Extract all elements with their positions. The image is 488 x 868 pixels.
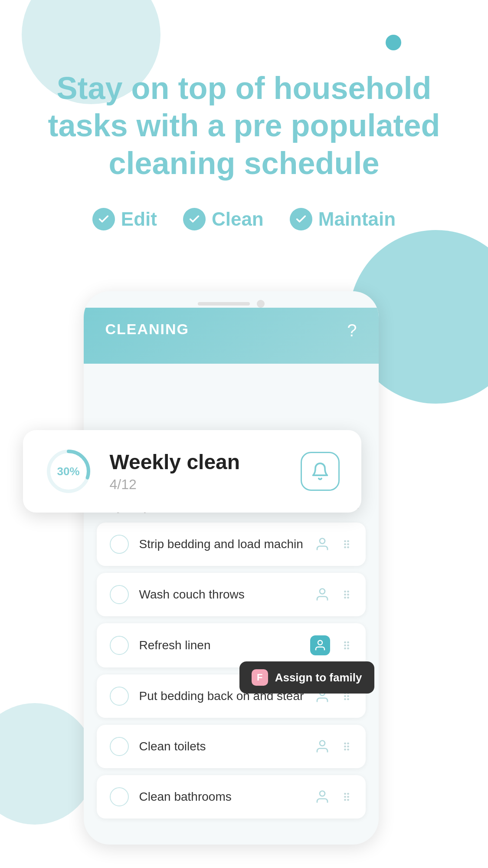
svg-point-19: [344, 644, 346, 647]
phone-camera-dot: [257, 300, 265, 308]
task-row: Strip bedding and load machin: [97, 523, 366, 566]
task-checkbox[interactable]: [110, 535, 129, 554]
phone-area: 30% Weekly clean 4/12 CLEANING ?: [49, 291, 439, 845]
badge-clean: Clean: [183, 208, 264, 230]
svg-point-29: [347, 698, 349, 700]
svg-point-7: [344, 546, 346, 549]
progress-text: 30%: [57, 465, 79, 478]
svg-point-21: [344, 648, 346, 650]
svg-point-11: [347, 591, 349, 593]
svg-point-27: [347, 695, 349, 697]
check-icon-clean: [183, 208, 206, 230]
task-label: Refresh linen: [139, 638, 300, 652]
hero-title: Stay on top of household tasks with a pr…: [26, 69, 462, 182]
drag-dots-icon[interactable]: [341, 538, 353, 550]
bell-button[interactable]: [301, 452, 340, 491]
assign-person-icon[interactable]: [314, 789, 330, 805]
assign-person-icon[interactable]: [314, 587, 330, 602]
svg-point-22: [347, 648, 349, 650]
weekly-title: Weekly clean: [110, 450, 283, 474]
svg-point-38: [344, 793, 346, 795]
svg-point-42: [344, 799, 346, 801]
svg-point-12: [344, 594, 346, 596]
svg-point-33: [344, 746, 346, 748]
badge-edit: Edit: [92, 208, 157, 230]
svg-point-34: [347, 746, 349, 748]
task-checkbox[interactable]: [110, 636, 129, 655]
task-row: Clean bathrooms: [97, 775, 366, 819]
phone-shell: CLEANING ? Day Week Fortnight Month Any …: [84, 291, 379, 845]
app-header-title: CLEANING: [105, 321, 190, 337]
drag-dots-icon[interactable]: [341, 740, 353, 753]
weekly-clean-card: 30% Weekly clean 4/12: [23, 430, 361, 513]
app-header: CLEANING ?: [84, 308, 379, 364]
svg-point-14: [344, 597, 346, 599]
badge-maintain: Maintain: [290, 208, 396, 230]
task-row: Wash couch throws: [97, 573, 366, 616]
drag-dots-icon[interactable]: [341, 589, 353, 601]
assign-person-icon[interactable]: [314, 739, 330, 754]
svg-point-8: [347, 546, 349, 549]
svg-point-3: [344, 540, 346, 542]
svg-point-36: [347, 749, 349, 751]
task-label: Strip bedding and load machin: [139, 537, 304, 551]
svg-point-43: [347, 799, 349, 801]
hero-section: Stay on top of household tasks with a pr…: [0, 0, 488, 291]
badge-edit-label: Edit: [121, 208, 157, 230]
check-icon-edit: [92, 208, 115, 230]
assign-to-family-tooltip[interactable]: F Assign to family: [239, 661, 374, 694]
task-row: Refresh linen F: [97, 623, 366, 667]
task-checkbox[interactable]: [110, 787, 129, 806]
svg-point-17: [344, 641, 346, 644]
phone-notch-bar: [198, 302, 250, 306]
svg-point-18: [347, 641, 349, 644]
assign-person-icon[interactable]: [314, 536, 330, 552]
assign-person-icon-active: [314, 639, 327, 652]
check-icon-maintain: [290, 208, 312, 230]
svg-point-10: [344, 591, 346, 593]
svg-point-31: [344, 743, 346, 745]
svg-point-26: [344, 695, 346, 697]
assign-tooltip-label: Assign to family: [275, 671, 362, 684]
hero-badges: Edit Clean Maintain: [26, 208, 462, 230]
assign-person-active[interactable]: [310, 635, 330, 655]
phone-top-bar: [84, 291, 379, 308]
badge-maintain-label: Maintain: [318, 208, 396, 230]
svg-point-37: [320, 791, 325, 796]
svg-point-28: [344, 698, 346, 700]
svg-point-6: [347, 543, 349, 546]
task-label: Clean toilets: [139, 740, 304, 753]
svg-point-4: [347, 540, 349, 542]
svg-point-2: [320, 539, 325, 544]
svg-point-39: [347, 793, 349, 795]
svg-point-16: [318, 641, 322, 645]
task-list: Strip bedding and load machin Wash couch…: [97, 523, 366, 819]
svg-point-13: [347, 594, 349, 596]
task-row: Clean toilets: [97, 725, 366, 768]
task-label: Wash couch throws: [139, 588, 304, 602]
progress-circle: 30%: [45, 447, 92, 495]
task-checkbox[interactable]: [110, 687, 129, 706]
svg-point-30: [320, 741, 325, 746]
help-icon[interactable]: ?: [347, 321, 357, 340]
task-checkbox[interactable]: [110, 737, 129, 756]
task-label: Clean bathrooms: [139, 790, 304, 804]
family-badge-icon: F: [252, 669, 268, 686]
svg-point-40: [344, 796, 346, 798]
weekly-info: Weekly clean 4/12: [110, 450, 283, 493]
svg-point-15: [347, 597, 349, 599]
badge-clean-label: Clean: [212, 208, 264, 230]
drag-dots-icon[interactable]: [341, 791, 353, 803]
drag-dots-icon[interactable]: [341, 639, 353, 651]
svg-point-41: [347, 796, 349, 798]
svg-point-5: [344, 543, 346, 546]
task-checkbox[interactable]: [110, 585, 129, 604]
svg-point-20: [347, 644, 349, 647]
svg-point-35: [344, 749, 346, 751]
svg-point-9: [320, 589, 325, 594]
svg-point-32: [347, 743, 349, 745]
weekly-subtitle: 4/12: [110, 477, 283, 493]
